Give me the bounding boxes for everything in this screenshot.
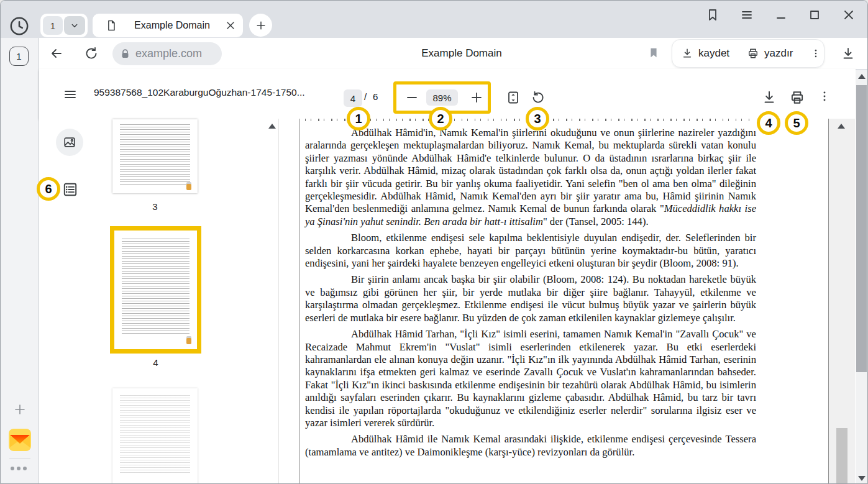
history-clock-button[interactable] xyxy=(9,16,30,37)
bookmark-flag-button[interactable] xyxy=(705,7,720,22)
pdf-download-button[interactable] xyxy=(761,89,777,106)
sidebar-add-icon[interactable] xyxy=(12,402,27,417)
page-left-border xyxy=(299,119,300,484)
print-button-label: yazdır xyxy=(764,47,793,60)
actions-more-button[interactable] xyxy=(802,40,830,67)
chevron-down-icon xyxy=(69,20,80,31)
list-outline-icon xyxy=(62,181,78,198)
vertical-dots-icon xyxy=(810,48,821,59)
pdf-print-button[interactable] xyxy=(789,89,805,106)
thumbnail-label-4: 4 xyxy=(113,357,198,368)
paragraph-2: Bloom, etkilenme endişesi sele kapılma b… xyxy=(305,232,756,270)
rotate-button[interactable] xyxy=(531,90,546,105)
page-scrollbar[interactable] xyxy=(856,70,868,484)
pdf-page: Abdülhak Hâmid'in, Namık Kemal'in şiirle… xyxy=(301,119,828,484)
page-doc-icon xyxy=(105,19,117,32)
outline-view-button[interactable] xyxy=(62,181,78,198)
page-separator: / xyxy=(364,91,367,102)
active-tab[interactable]: Example Domain xyxy=(93,14,243,37)
callout-6: 6 xyxy=(37,177,60,201)
pdf-actions-pill: kaydet yazdır xyxy=(672,39,825,68)
browser-window: 1 Example Domain xyxy=(0,0,868,484)
browser-toolbar: example.com Example Domain kaydet yazdır xyxy=(39,38,868,69)
page-scroll-down-arrow[interactable] xyxy=(858,476,866,481)
callout-1: 1 xyxy=(347,107,370,130)
tab-group-pill: 1 xyxy=(40,14,88,37)
paragraph-1: Abdülhak Hâmid'in, Namık Kemal'in şiirle… xyxy=(305,127,756,228)
thumbnail-page-3[interactable] xyxy=(112,119,198,193)
page-scrollbar-thumb[interactable] xyxy=(856,85,867,372)
paragraph-4: Abdülhak Hâmid Tarhan, "İçli Kız" isimli… xyxy=(305,328,756,429)
new-tab-button[interactable] xyxy=(249,14,272,37)
printer-icon xyxy=(747,47,759,60)
callout-4: 4 xyxy=(757,111,780,135)
paragraph-5: Abdülhak Hâmid ile Namık Kemal arasındak… xyxy=(305,433,756,459)
image-icon xyxy=(63,135,76,149)
paragraph-3: Bir şiirin anlamı ancak başka bir şiir o… xyxy=(305,273,756,324)
fit-to-page-button[interactable] xyxy=(506,90,521,105)
callout-2: 2 xyxy=(429,107,452,130)
callout-3: 3 xyxy=(526,107,549,130)
tab-title: Example Domain xyxy=(122,14,222,37)
window-minimize-button[interactable] xyxy=(774,7,788,22)
sidebar-more-dots[interactable] xyxy=(11,467,29,470)
pdf-scrollbar-thumb[interactable] xyxy=(836,428,847,484)
save-button-label: kaydet xyxy=(698,47,729,60)
back-button[interactable] xyxy=(49,46,64,61)
yandex-mail-icon[interactable] xyxy=(9,429,31,451)
panel-divider xyxy=(278,119,279,484)
url-text: example.com xyxy=(135,47,202,60)
thumbnail-page-5[interactable] xyxy=(112,388,198,484)
print-button[interactable]: yazdır xyxy=(738,40,802,67)
thumbnail-text xyxy=(120,395,190,473)
pdf-scroll-up-arrow[interactable] xyxy=(838,124,845,129)
highlight-rect-thumbnail-4 xyxy=(110,226,201,354)
bookmark-icon[interactable] xyxy=(647,46,660,60)
sidebar-divider xyxy=(9,459,30,459)
page-number-input[interactable] xyxy=(344,89,362,107)
tab-bar: 1 Example Domain xyxy=(1,1,867,38)
save-button[interactable]: kaydet xyxy=(672,40,738,67)
download-icon xyxy=(681,47,693,60)
window-close-button[interactable] xyxy=(841,7,856,22)
page-title: Example Domain xyxy=(288,38,636,69)
thumbnail-logo xyxy=(186,184,191,190)
pdf-more-button[interactable] xyxy=(818,89,831,103)
pdf-filename: 959387568_102KaraburguOğuzhan-1745-1750.… xyxy=(94,87,305,98)
tab-group-count-badge[interactable]: 1 xyxy=(43,16,63,35)
page-total: 6 xyxy=(373,91,378,102)
thumbnail-scroll-up-arrow[interactable] xyxy=(268,124,276,129)
document-text: Abdülhak Hâmid'in, Namık Kemal'in şiirle… xyxy=(305,127,756,462)
sidebar-tab-count-badge[interactable]: 1 xyxy=(9,47,29,66)
browser-side-rail: 1 xyxy=(1,38,39,484)
reload-button[interactable] xyxy=(84,46,99,61)
thumbnails-view-button[interactable] xyxy=(56,129,83,156)
lock-icon xyxy=(120,48,130,59)
tab-close-icon[interactable] xyxy=(224,19,237,32)
pdf-menu-icon[interactable] xyxy=(63,87,78,102)
address-bar[interactable]: example.com xyxy=(112,42,222,65)
thumbnail-text xyxy=(120,124,190,184)
thumbnail-label-3: 3 xyxy=(112,201,198,212)
downloads-button[interactable] xyxy=(841,46,856,61)
pdf-scrollbar[interactable] xyxy=(829,119,855,484)
tab-group-chevron-button[interactable] xyxy=(64,16,85,35)
window-maximize-button[interactable] xyxy=(807,7,822,22)
callout-5: 5 xyxy=(785,111,808,135)
browser-menu-button[interactable] xyxy=(739,7,754,22)
page-scroll-up-arrow[interactable] xyxy=(858,74,866,79)
